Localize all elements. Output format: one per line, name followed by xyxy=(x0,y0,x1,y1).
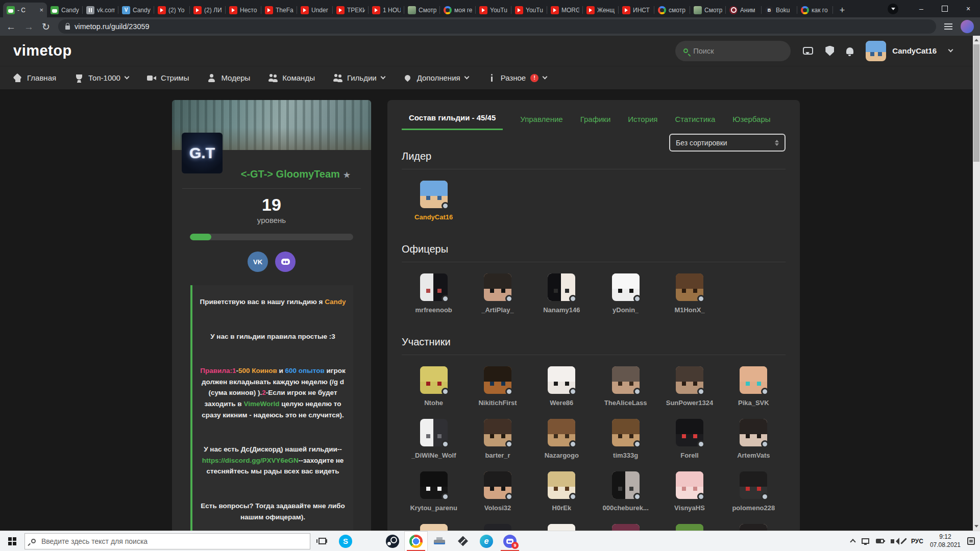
member-cell[interactable]: Rinagan_Vip xyxy=(594,524,657,531)
browser-tab[interactable]: Смотр xyxy=(404,3,440,17)
panel-tab[interactable]: История xyxy=(628,115,657,130)
member-name[interactable]: M1HonX_ xyxy=(674,306,704,314)
forward-button[interactable]: → xyxy=(24,22,34,32)
nav-item-guilds[interactable]: Гильдии xyxy=(333,73,385,82)
pen-icon[interactable] xyxy=(900,538,907,544)
member-name[interactable]: Were86 xyxy=(550,399,573,407)
member-cell[interactable]: _DiWiNe_Wolf xyxy=(402,419,465,459)
browser-tab[interactable]: смотр xyxy=(654,3,690,17)
member-name[interactable]: VisnyaHS xyxy=(674,504,705,512)
scrollbar-thumb[interactable] xyxy=(973,44,979,162)
tab-search-icon[interactable] xyxy=(888,4,898,14)
member-cell[interactable]: Nazargogo xyxy=(530,419,594,459)
nav-item-misc[interactable]: Разное! xyxy=(487,73,547,82)
member-cell[interactable]: mrfreenoob xyxy=(402,273,465,314)
member-name[interactable]: polomeno228 xyxy=(732,504,775,512)
vk-button[interactable]: VK xyxy=(248,252,268,272)
member-cell[interactable]: tim333g xyxy=(594,419,657,459)
steam-taskbar-icon[interactable] xyxy=(381,531,404,551)
sort-select[interactable]: Без сортировки xyxy=(669,134,786,152)
member-name[interactable]: yDonin_ xyxy=(612,306,639,314)
member-cell[interactable]: H0rEk xyxy=(530,471,594,512)
maximize-button[interactable] xyxy=(933,0,957,17)
browser-tab[interactable]: ТРЕКИ xyxy=(333,3,369,17)
browser-tab[interactable]: MORG xyxy=(547,3,583,17)
browser-tab[interactable]: YouTu xyxy=(476,3,511,17)
new-tab-button[interactable]: + xyxy=(835,3,849,17)
member-name[interactable]: H0rEk xyxy=(552,504,572,512)
browser-tab[interactable]: (2) ЛИ xyxy=(190,3,226,17)
panel-tab[interactable]: Управление xyxy=(520,115,562,130)
browser-tab[interactable]: Смотр xyxy=(690,3,726,17)
member-cell[interactable]: BLACKMURA... xyxy=(465,524,529,531)
member-cell[interactable]: Krytou_parenu xyxy=(402,471,465,512)
language-indicator[interactable]: РУС xyxy=(911,538,923,545)
member-name[interactable]: _ArtiPlay_ xyxy=(481,306,514,314)
close-button[interactable]: × xyxy=(957,0,980,17)
member-name[interactable]: SunPower1324 xyxy=(666,399,714,407)
member-cell[interactable]: M1HonX_ xyxy=(657,273,721,314)
browser-tab[interactable]: (2) Yo xyxy=(154,3,190,17)
member-cell[interactable]: Nanamy146 xyxy=(530,273,594,314)
member-name[interactable]: Pika_SVK xyxy=(738,399,769,407)
member-name[interactable]: CandyCat16 xyxy=(414,213,453,221)
nav-item-top1000[interactable]: Топ-1000 xyxy=(75,73,129,82)
start-button[interactable] xyxy=(0,531,24,551)
panel-tab[interactable]: Статистика xyxy=(675,115,715,130)
nav-item-moders[interactable]: Модеры xyxy=(207,73,250,82)
member-cell[interactable]: 000cheburek... xyxy=(594,471,657,512)
printer-taskbar-icon[interactable] xyxy=(428,531,451,551)
browser-tab[interactable]: YouTu xyxy=(511,3,547,17)
discord-taskbar-icon[interactable]: 9 xyxy=(498,531,522,551)
panel-tab[interactable]: Состав гильдии - 45/45 xyxy=(402,113,503,130)
taskbar-search[interactable]: Введите здесь текст для поиска xyxy=(24,533,310,549)
back-button[interactable]: ← xyxy=(6,22,16,32)
link-text[interactable]: https://discord.gg/PXVY6eGN xyxy=(202,457,299,464)
reading-list-icon[interactable] xyxy=(944,23,952,30)
user-name[interactable]: CandyCat16 xyxy=(892,46,937,55)
minimize-button[interactable]: – xyxy=(910,0,933,17)
member-cell[interactable]: Dragaspekt xyxy=(722,524,786,531)
link-text[interactable]: VimeWorld xyxy=(243,400,279,408)
member-name[interactable]: Nazargogo xyxy=(545,452,579,459)
member-name[interactable]: TheAliceLass xyxy=(604,399,647,407)
volume-icon[interactable] xyxy=(891,539,894,543)
site-search[interactable]: Поиск xyxy=(675,41,791,61)
browser-tab[interactable]: Candy xyxy=(118,3,154,17)
browser-tab[interactable]: Candy xyxy=(47,3,83,17)
member-name[interactable]: Volosi32 xyxy=(484,504,511,512)
edge-taskbar-icon[interactable]: e xyxy=(475,531,498,551)
member-cell[interactable]: Pika_SVK xyxy=(722,366,786,407)
browser-tab[interactable]: Несто xyxy=(226,3,261,17)
member-cell[interactable]: _ArtiPlay_ xyxy=(465,273,529,314)
member-cell[interactable]: TheAliceLass xyxy=(594,366,657,407)
browser-tab[interactable]: 1 HOU xyxy=(369,3,404,17)
member-cell[interactable]: catfecks xyxy=(402,524,465,531)
shield-icon[interactable] xyxy=(825,46,834,56)
chevron-down-icon[interactable] xyxy=(948,47,953,53)
member-cell[interactable]: CandyCat16 xyxy=(402,181,465,221)
member-cell[interactable]: Were86 xyxy=(530,366,594,407)
member-cell[interactable]: SunPower1324 xyxy=(657,366,721,407)
member-name[interactable]: tim333g xyxy=(613,452,638,459)
battery-icon[interactable] xyxy=(876,539,884,543)
member-name[interactable]: 000cheburek... xyxy=(603,504,649,512)
browser-profile-avatar[interactable] xyxy=(961,20,974,33)
member-cell[interactable]: ArtemVats xyxy=(722,419,786,459)
chrome-taskbar-icon[interactable] xyxy=(404,531,428,551)
panel-tab[interactable]: Графики xyxy=(580,115,611,130)
member-cell[interactable]: polomeno228 xyxy=(722,471,786,512)
tab-close-icon[interactable]: × xyxy=(39,6,43,14)
site-logo[interactable]: vimetop xyxy=(13,42,72,59)
member-cell[interactable]: auepocanchik xyxy=(530,524,594,531)
member-name[interactable]: mrfreenoob xyxy=(415,306,452,314)
hidden-icons-chevron-icon[interactable] xyxy=(850,539,855,544)
member-name[interactable]: _DiWiNe_Wolf xyxy=(411,452,456,459)
refresh-button[interactable]: ↻ xyxy=(42,22,50,32)
discord-button[interactable] xyxy=(275,252,296,272)
member-cell[interactable]: VisnyaHS xyxy=(657,471,721,512)
member-cell[interactable]: Ntohe xyxy=(402,366,465,407)
member-name[interactable]: Forell xyxy=(680,452,698,459)
browser-tab[interactable]: Boku xyxy=(762,3,797,17)
skype-taskbar-icon[interactable]: S xyxy=(334,531,357,551)
